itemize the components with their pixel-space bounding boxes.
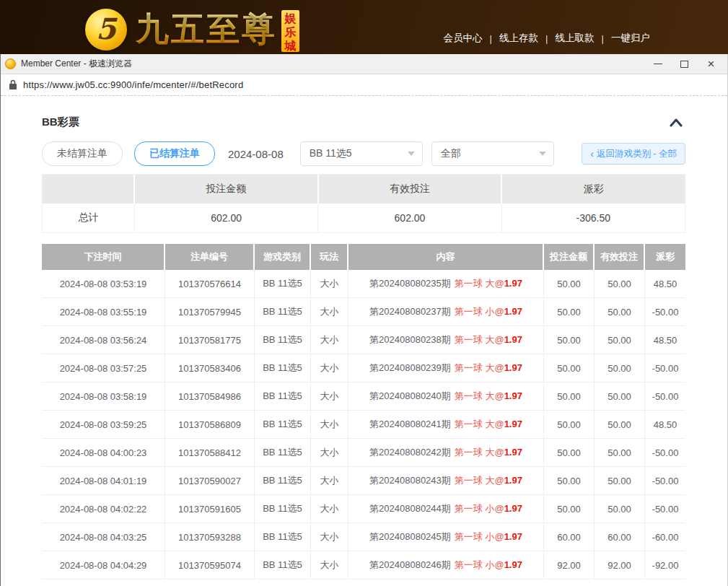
cell-valid-bet: 50.00 xyxy=(595,270,645,297)
table-header-cell-7: 派彩 xyxy=(645,244,685,270)
cell-play-type: 大小 xyxy=(311,270,348,297)
cell-bet-amount: 92.00 xyxy=(544,551,595,579)
table-row: 2024-08-08 03:56:24101370581775BB 11选5大小… xyxy=(42,326,685,354)
table-header-cell-4: 内容 xyxy=(348,244,544,270)
game-select[interactable]: BB 11选5 xyxy=(300,141,423,166)
nav-item-1[interactable]: 线上存款 xyxy=(499,32,538,45)
summary-header-payout: 派彩 xyxy=(502,175,685,204)
maximize-button[interactable] xyxy=(671,55,698,74)
chevron-left-icon: ‹ xyxy=(590,149,594,159)
bet-pick: 第一球 大@1.97 xyxy=(455,446,522,459)
cell-play-type: 大小 xyxy=(311,354,348,382)
cell-bet-time: 2024-08-08 03:55:19 xyxy=(42,298,165,325)
date-value[interactable]: 2024-08-08 xyxy=(228,148,284,160)
bet-period: 第202408080245期 xyxy=(369,530,451,543)
nav-item-3[interactable]: 一键归户 xyxy=(611,32,650,45)
cell-bet-time: 2024-08-08 03:56:24 xyxy=(42,326,165,354)
bet-odds: 1.97 xyxy=(504,334,522,345)
type-select-value: 全部 xyxy=(441,147,461,160)
settled-tab[interactable]: 已结算注单 xyxy=(134,141,215,166)
bet-period: 第202408080238期 xyxy=(369,333,451,346)
cell-play-type: 大小 xyxy=(311,467,348,494)
table-header-cell-1: 注单编号 xyxy=(165,244,255,270)
cell-content: 第202408080239期第一球 大@1.97 xyxy=(348,354,544,382)
bet-period: 第202408080243期 xyxy=(369,474,451,487)
browser-titlebar: Member Center - 极速浏览器 × xyxy=(1,54,727,74)
close-button[interactable]: × xyxy=(698,55,724,74)
table-row: 2024-08-08 04:04:29101370595074BB 11选5大小… xyxy=(42,551,685,580)
cell-play-type: 大小 xyxy=(311,298,348,325)
bet-odds: 1.97 xyxy=(504,306,522,317)
cell-bet-time: 2024-08-08 04:03:25 xyxy=(42,523,165,551)
cell-valid-bet: 50.00 xyxy=(595,411,645,438)
bet-record-page: BB彩票 未结算注单 已结算注单 2024-08-08 BB 11选5 全部 ‹… xyxy=(1,96,727,580)
cell-payout: -50.00 xyxy=(645,495,685,522)
logo-vertical-char: 乐 xyxy=(285,25,297,39)
browser-favicon-icon xyxy=(5,58,16,69)
cell-bet-amount: 50.00 xyxy=(544,411,595,438)
collapse-panel-button[interactable] xyxy=(669,118,683,127)
bet-pick: 第一球 大@1.97 xyxy=(455,418,522,431)
cell-bet-time: 2024-08-08 04:02:22 xyxy=(42,495,165,522)
cell-content: 第202408080240期第一球 大@1.97 xyxy=(348,382,544,410)
cell-valid-bet: 50.00 xyxy=(595,326,645,354)
summary-payout: -306.50 xyxy=(502,204,685,232)
cell-play-type: 大小 xyxy=(311,411,348,438)
unsettled-tab[interactable]: 未结算注单 xyxy=(42,141,123,166)
address-bar[interactable]: https://www.jw05.cc:9900/infe/mcenter/#/… xyxy=(1,74,727,96)
cell-payout: -92.00 xyxy=(645,551,685,579)
bet-odds: 1.97 xyxy=(504,390,522,401)
cell-bet-id: 101370590027 xyxy=(165,467,255,494)
table-row: 2024-08-08 03:55:19101370579945BB 11选5大小… xyxy=(42,298,685,326)
url-text: https://www.jw05.cc:9900/infe/mcenter/#/… xyxy=(23,79,243,90)
cell-payout: -50.00 xyxy=(645,467,685,494)
bet-period: 第202408080244期 xyxy=(369,502,451,515)
cell-game-type: BB 11选5 xyxy=(255,411,311,438)
nav-separator: | xyxy=(489,33,492,44)
cell-bet-amount: 50.00 xyxy=(544,439,595,466)
back-to-category-button[interactable]: ‹ 返回游戏类别 - 全部 xyxy=(582,143,685,165)
summary-header-empty xyxy=(43,175,135,204)
table-row: 2024-08-08 04:01:19101370590027BB 11选5大小… xyxy=(42,467,685,495)
cell-bet-amount: 50.00 xyxy=(544,495,595,522)
site-logo: 5 九五至尊 娱乐城 xyxy=(85,6,299,52)
type-select[interactable]: 全部 xyxy=(431,141,554,166)
cell-bet-amount: 50.00 xyxy=(544,298,595,325)
cell-bet-id: 101370591605 xyxy=(165,495,255,522)
cell-bet-id: 101370588412 xyxy=(165,439,255,466)
cell-bet-id: 101370583406 xyxy=(165,354,255,382)
cell-game-type: BB 11选5 xyxy=(255,326,311,354)
nav-item-2[interactable]: 线上取款 xyxy=(555,32,594,45)
cell-game-type: BB 11选5 xyxy=(255,467,311,494)
cell-payout: 48.50 xyxy=(645,326,685,354)
cell-bet-amount: 50.00 xyxy=(544,270,595,297)
cell-valid-bet: 50.00 xyxy=(595,382,645,410)
cell-bet-time: 2024-08-08 03:59:25 xyxy=(42,411,165,438)
minimize-button[interactable] xyxy=(644,55,671,74)
bet-period: 第202408080239期 xyxy=(369,362,451,375)
table-header-cell-2: 游戏类别 xyxy=(255,244,311,270)
cell-game-type: BB 11选5 xyxy=(255,523,311,551)
chevron-down-icon xyxy=(408,152,415,156)
cell-bet-id: 101370579945 xyxy=(165,298,255,325)
bet-pick: 第一球 大@1.97 xyxy=(455,474,522,487)
bet-period: 第202408080240期 xyxy=(369,390,451,403)
table-header-cell-0: 下注时间 xyxy=(42,244,165,270)
cell-content: 第202408080235期第一球 大@1.97 xyxy=(348,270,544,297)
table-body: 2024-08-08 03:53:19101370576614BB 11选5大小… xyxy=(42,270,685,580)
cell-bet-amount: 50.00 xyxy=(544,382,595,410)
bet-period: 第202408080241期 xyxy=(369,418,451,431)
table-header-cell-3: 玩法 xyxy=(311,244,348,270)
summary-valid-bet: 602.00 xyxy=(318,204,501,232)
bet-pick: 第一球 小@1.97 xyxy=(455,559,522,572)
cell-content: 第202408080238期第一球 大@1.97 xyxy=(348,326,544,354)
nav-item-0[interactable]: 会员中心 xyxy=(443,32,482,45)
browser-title: Member Center - 极速浏览器 xyxy=(21,58,132,70)
cell-payout: -50.00 xyxy=(645,298,685,325)
nav-separator: | xyxy=(601,33,604,44)
cell-game-type: BB 11选5 xyxy=(255,439,311,466)
chevron-down-icon xyxy=(539,152,546,156)
cell-bet-time: 2024-08-08 03:53:19 xyxy=(42,270,165,297)
bet-pick: 第一球 小@1.97 xyxy=(455,530,522,543)
summary-bet-amount: 602.00 xyxy=(135,204,318,232)
